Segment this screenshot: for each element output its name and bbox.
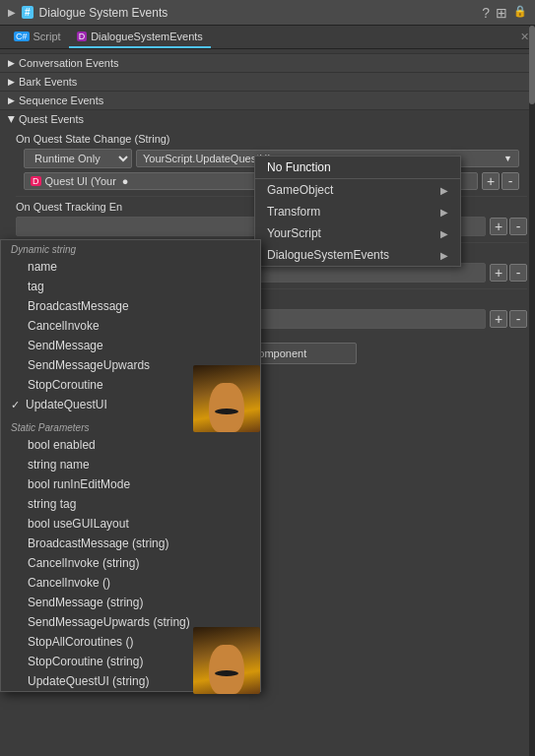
item-updatequestui-string-label: UpdateQuestUI (string) (28, 674, 149, 688)
pm-buttons-1: + - (482, 172, 519, 190)
lock-icon[interactable]: 🔒 (513, 5, 527, 21)
quest-events-header[interactable]: ▶ Quest Events (0, 109, 535, 128)
popup-item-tag[interactable]: tag (1, 277, 260, 296)
item-broadcastmessage-string-label: BroadcastMessage (string) (28, 536, 168, 550)
quest-ui-dot: ● (122, 175, 129, 187)
sequence-events-arrow: ▶ (8, 95, 15, 105)
collapse-icon[interactable]: ▶ (8, 7, 16, 18)
conversation-events-arrow: ▶ (8, 58, 15, 68)
item-tag-label: tag (28, 280, 44, 293)
item-sendmessage-label: SendMessage (28, 339, 103, 352)
bark-events-label: Bark Events (19, 76, 77, 88)
popup-item-cancelinvoke[interactable]: CancelInvoke (1, 316, 260, 336)
dialogue-system-arrow: ▶ (440, 250, 448, 261)
quest-state-label: On Quest State Change (String) (16, 130, 527, 147)
yourscript-arrow: ▶ (440, 228, 448, 239)
item-cancelinvoke-string-label: CancelInvoke (string) (28, 556, 139, 570)
bark-events-header[interactable]: ▶ Bark Events (0, 72, 535, 91)
add-button-3[interactable]: + (490, 264, 507, 282)
item-stopcoroutine-string-label: StopCoroutine (string) (28, 655, 143, 668)
transform-label: Transform (267, 205, 320, 219)
add-button-2[interactable]: + (490, 218, 507, 235)
function-label: YourScript.UpdateQuestUI (143, 153, 270, 164)
item-cancelinvoke-label: CancelInvoke (28, 319, 100, 333)
item-broadcast-label: BroadcastMessage (28, 299, 129, 313)
pm-buttons-4: + - (490, 310, 527, 328)
bark-events-arrow: ▶ (8, 77, 15, 87)
item-updatequestui-label: UpdateQuestUI (26, 398, 107, 411)
window-title: Dialogue System Events (39, 6, 477, 20)
drake-image-1 (193, 365, 260, 432)
popup-item-string-tag[interactable]: string tag (1, 494, 260, 514)
popup-item-sendmessage[interactable]: SendMessage (1, 336, 260, 355)
dropdown-item-no-function[interactable]: No Function (255, 157, 460, 178)
scroll-thumb[interactable] (529, 26, 535, 104)
add-button-1[interactable]: + (482, 172, 500, 190)
popup-item-string-name[interactable]: string name (1, 455, 260, 474)
item-sendmessage-string-label: SendMessage (string) (28, 596, 143, 609)
popup-item-bool-enabled[interactable]: bool enabled (1, 435, 260, 455)
conversation-events-label: Conversation Events (19, 57, 119, 69)
remove-button-3[interactable]: - (509, 264, 527, 282)
popup-item-bool-ruineditmode[interactable]: bool runInEditMode (1, 474, 260, 494)
no-function-label: No Function (267, 160, 331, 174)
popup-item-cancelinvoke-void[interactable]: CancelInvoke () (1, 573, 260, 593)
dynamic-string-label: Dynamic string (1, 240, 260, 257)
tab-script[interactable]: C# Script (6, 26, 69, 48)
item-stopcoroutine-label: StopCoroutine (28, 378, 103, 392)
transform-arrow: ▶ (440, 207, 448, 218)
tab-events-icon: D (77, 32, 88, 41)
popup-item-sendmessage-string[interactable]: SendMessage (string) (1, 593, 260, 612)
header-bar: ▶ # Dialogue System Events ? ⊞ 🔒 (0, 0, 535, 26)
popup-item-broadcastmessage[interactable]: BroadcastMessage (1, 296, 260, 316)
item-bool-useguilayout-label: bool useGUILayout (28, 517, 129, 531)
dialogue-system-label: DialogueSystemEvents (267, 248, 389, 262)
help-icon[interactable]: ? (482, 5, 490, 21)
popup-item-name[interactable]: name (1, 257, 260, 277)
runtime-dropdown[interactable]: Runtime Only (24, 149, 132, 168)
tab-dialogue-system-events[interactable]: D DialogueSystemEvents (69, 26, 211, 48)
item-cancelinvoke-void-label: CancelInvoke () (28, 576, 110, 590)
popup-item-bool-useguilayout[interactable]: bool useGUILayout (1, 514, 260, 534)
tab-script-icon: C# (14, 32, 30, 41)
popup-item-cancelinvoke-string[interactable]: CancelInvoke (string) (1, 553, 260, 573)
header-actions: ? ⊞ 🔒 (482, 5, 527, 21)
function-dropdown-menu: No Function GameObject ▶ Transform ▶ You… (254, 156, 461, 267)
method-popup-list: Dynamic string name tag BroadcastMessage… (0, 239, 261, 692)
item-stopallcoroutines-label: StopAllCoroutines () (28, 635, 133, 649)
dropdown-item-transform[interactable]: Transform ▶ (255, 201, 460, 222)
popup-item-stopallcoroutines[interactable]: StopAllCoroutines () (1, 632, 260, 652)
remove-button-1[interactable]: - (502, 172, 519, 190)
quest-ui-label: Quest UI (Your (45, 175, 116, 187)
conversation-events-header[interactable]: ▶ Conversation Events (0, 53, 535, 72)
close-tab-icon[interactable]: ✕ (520, 26, 529, 48)
item-sendmessageupwards-label: SendMessageUpwards (28, 358, 150, 372)
item-sendmessageupwards-string-label: SendMessageUpwards (string) (28, 615, 190, 629)
sequence-events-header[interactable]: ▶ Sequence Events (0, 91, 535, 109)
gameobject-arrow: ▶ (440, 185, 448, 196)
sequence-events-label: Sequence Events (19, 94, 103, 106)
popup-item-broadcastmessage-string[interactable]: BroadcastMessage (string) (1, 534, 260, 553)
add-button-4[interactable]: + (490, 310, 507, 328)
quest-tracking-text: On Quest Tracking En (16, 201, 122, 213)
remove-button-2[interactable]: - (509, 218, 527, 235)
dropdown-item-dialogue-system[interactable]: DialogueSystemEvents ▶ (255, 244, 460, 266)
dropdown-item-gameobject[interactable]: GameObject ▶ (255, 179, 460, 201)
quest-events-label: Quest Events (19, 113, 84, 125)
remove-button-4[interactable]: - (509, 310, 527, 328)
component-icon: # (22, 6, 33, 19)
item-string-tag-label: string tag (28, 497, 76, 511)
pm-buttons-2: + - (490, 218, 527, 235)
item-bool-ruineditmode-label: bool runInEditMode (28, 477, 130, 491)
quest-events-arrow: ▶ (7, 116, 17, 123)
layout-icon[interactable]: ⊞ (496, 5, 507, 21)
popup-item-stopcoroutine[interactable]: StopCoroutine (1, 375, 260, 395)
tab-events-label: DialogueSystemEvents (91, 31, 203, 42)
item-name-label: name (28, 260, 57, 274)
dropdown-item-yourscript[interactable]: YourScript ▶ (255, 222, 460, 244)
gameobject-label: GameObject (267, 183, 333, 197)
scrollbar[interactable] (529, 26, 535, 756)
tab-script-label: Script (33, 31, 61, 42)
pm-buttons-3: + - (490, 264, 527, 282)
quest-ui-icon: D (31, 176, 41, 186)
